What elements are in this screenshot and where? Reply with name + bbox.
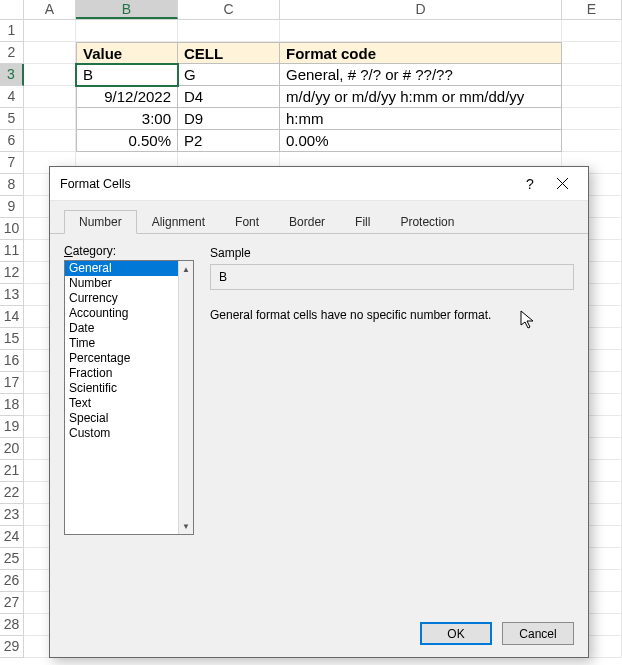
cell-E3[interactable] — [562, 64, 622, 86]
row-header-5[interactable]: 5 — [0, 108, 24, 130]
cell-D6[interactable]: 0.00% — [280, 130, 562, 152]
details-column: Sample B General format cells have no sp… — [210, 244, 574, 607]
cell-D4[interactable]: m/d/yy or m/d/yy h:mm or mm/dd/yy — [280, 86, 562, 108]
row-header-19[interactable]: 19 — [0, 416, 24, 438]
tab-border[interactable]: Border — [274, 210, 340, 234]
cell-D5[interactable]: h:mm — [280, 108, 562, 130]
cell-A5[interactable] — [24, 108, 76, 130]
row-header-1[interactable]: 1 — [0, 20, 24, 42]
category-item-text[interactable]: Text — [65, 396, 178, 411]
row-header-9[interactable]: 9 — [0, 196, 24, 218]
row-header-21[interactable]: 21 — [0, 460, 24, 482]
cell-B6[interactable]: 0.50% — [76, 130, 178, 152]
cell-A6[interactable] — [24, 130, 76, 152]
tab-fill[interactable]: Fill — [340, 210, 385, 234]
dialog-body: Category: GeneralNumberCurrencyAccountin… — [50, 234, 588, 607]
cell-B4[interactable]: 9/12/2022 — [76, 86, 178, 108]
help-button[interactable]: ? — [514, 172, 546, 196]
category-item-scientific[interactable]: Scientific — [65, 381, 178, 396]
cell-B5[interactable]: 3:00 — [76, 108, 178, 130]
category-item-currency[interactable]: Currency — [65, 291, 178, 306]
format-description: General format cells have no specific nu… — [210, 308, 574, 322]
row-header-24[interactable]: 24 — [0, 526, 24, 548]
category-item-special[interactable]: Special — [65, 411, 178, 426]
cell-D1[interactable] — [280, 20, 562, 42]
cell-E1[interactable] — [562, 20, 622, 42]
row-header-14[interactable]: 14 — [0, 306, 24, 328]
scroll-up-icon[interactable]: ▲ — [179, 261, 193, 277]
row-header-29[interactable]: 29 — [0, 636, 24, 658]
select-all-corner[interactable] — [0, 0, 24, 19]
row-header-18[interactable]: 18 — [0, 394, 24, 416]
row-header-22[interactable]: 22 — [0, 482, 24, 504]
category-column: Category: GeneralNumberCurrencyAccountin… — [64, 244, 194, 607]
cell-D2[interactable]: Format code — [280, 42, 562, 64]
cell-C4[interactable]: D4 — [178, 86, 280, 108]
category-label: Category: — [64, 244, 194, 258]
dialog-titlebar[interactable]: Format Cells ? — [50, 167, 588, 201]
cell-D3[interactable]: General, # ?/? or # ??/?? — [280, 64, 562, 86]
category-item-accounting[interactable]: Accounting — [65, 306, 178, 321]
cell-E6[interactable] — [562, 130, 622, 152]
cell-E5[interactable] — [562, 108, 622, 130]
cell-C2[interactable]: CELL — [178, 42, 280, 64]
cell-E4[interactable] — [562, 86, 622, 108]
category-item-percentage[interactable]: Percentage — [65, 351, 178, 366]
cell-C1[interactable] — [178, 20, 280, 42]
category-item-number[interactable]: Number — [65, 276, 178, 291]
close-button[interactable] — [546, 172, 578, 196]
tab-alignment[interactable]: Alignment — [137, 210, 220, 234]
category-item-time[interactable]: Time — [65, 336, 178, 351]
cell-A1[interactable] — [24, 20, 76, 42]
ok-button[interactable]: OK — [420, 622, 492, 645]
cell-A2[interactable] — [24, 42, 76, 64]
row-header-20[interactable]: 20 — [0, 438, 24, 460]
tab-number[interactable]: Number — [64, 210, 137, 234]
row-header-11[interactable]: 11 — [0, 240, 24, 262]
col-header-D[interactable]: D — [280, 0, 562, 19]
category-item-fraction[interactable]: Fraction — [65, 366, 178, 381]
col-header-B[interactable]: B — [76, 0, 178, 19]
row-header-13[interactable]: 13 — [0, 284, 24, 306]
cell-B2[interactable]: Value — [76, 42, 178, 64]
column-headers: A B C D E — [0, 0, 622, 20]
cell-E2[interactable] — [562, 42, 622, 64]
row-header-23[interactable]: 23 — [0, 504, 24, 526]
scroll-down-icon[interactable]: ▼ — [179, 518, 193, 534]
tab-font[interactable]: Font — [220, 210, 274, 234]
row-header-16[interactable]: 16 — [0, 350, 24, 372]
col-header-E[interactable]: E — [562, 0, 622, 19]
category-item-date[interactable]: Date — [65, 321, 178, 336]
row-header-25[interactable]: 25 — [0, 548, 24, 570]
cell-B3[interactable]: B — [76, 64, 178, 86]
row-header-3[interactable]: 3 — [0, 64, 24, 86]
cell-C3[interactable]: G — [178, 64, 280, 86]
row-header-2[interactable]: 2 — [0, 42, 24, 64]
row-header-26[interactable]: 26 — [0, 570, 24, 592]
col-header-A[interactable]: A — [24, 0, 76, 19]
col-header-C[interactable]: C — [178, 0, 280, 19]
row-header-6[interactable]: 6 — [0, 130, 24, 152]
row-header-15[interactable]: 15 — [0, 328, 24, 350]
row-header-28[interactable]: 28 — [0, 614, 24, 636]
cell-C6[interactable]: P2 — [178, 130, 280, 152]
cancel-button[interactable]: Cancel — [502, 622, 574, 645]
row-header-7[interactable]: 7 — [0, 152, 24, 174]
dialog-title: Format Cells — [60, 177, 514, 191]
category-item-custom[interactable]: Custom — [65, 426, 178, 441]
row-header-27[interactable]: 27 — [0, 592, 24, 614]
cell-B1[interactable] — [76, 20, 178, 42]
cell-C5[interactable]: D9 — [178, 108, 280, 130]
cell-A4[interactable] — [24, 86, 76, 108]
row-header-17[interactable]: 17 — [0, 372, 24, 394]
category-item-general[interactable]: General — [65, 261, 178, 276]
row-header-8[interactable]: 8 — [0, 174, 24, 196]
row-header-10[interactable]: 10 — [0, 218, 24, 240]
tab-protection[interactable]: Protection — [385, 210, 469, 234]
tab-strip: NumberAlignmentFontBorderFillProtection — [50, 201, 588, 234]
listbox-scrollbar[interactable]: ▲ ▼ — [178, 261, 193, 534]
category-listbox[interactable]: GeneralNumberCurrencyAccountingDateTimeP… — [64, 260, 194, 535]
row-header-4[interactable]: 4 — [0, 86, 24, 108]
row-header-12[interactable]: 12 — [0, 262, 24, 284]
cell-A3[interactable] — [24, 64, 76, 86]
